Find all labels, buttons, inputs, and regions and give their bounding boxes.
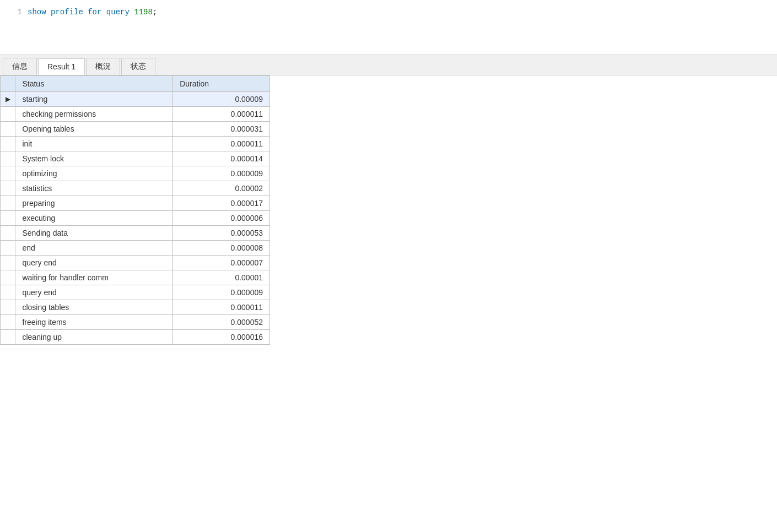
tabs-bar: 信息 Result 1 概況 状态 (0, 55, 777, 75)
status-cell: Sending data (15, 226, 173, 241)
table-row[interactable]: closing tables0.000011 (1, 300, 270, 315)
status-cell: checking permissions (15, 107, 173, 122)
table-row[interactable]: System lock0.000014 (1, 151, 270, 166)
row-indicator (1, 241, 15, 256)
table-row[interactable]: Opening tables0.000031 (1, 122, 270, 137)
tab-info[interactable]: 信息 (3, 58, 37, 75)
result-panel: Status Duration ▶starting0.00009checking… (0, 75, 777, 345)
duration-cell: 0.000006 (173, 211, 270, 226)
table-row[interactable]: executing0.000006 (1, 211, 270, 226)
profile-table: Status Duration ▶starting0.00009checking… (0, 75, 270, 345)
table-row[interactable]: waiting for handler comm0.00001 (1, 270, 270, 285)
duration-cell: 0.000011 (173, 300, 270, 315)
table-row[interactable]: init0.000011 (1, 137, 270, 151)
status-cell: statistics (15, 181, 173, 196)
table-row[interactable]: query end0.000009 (1, 285, 270, 300)
row-indicator (1, 137, 15, 151)
duration-cell: 0.00009 (173, 92, 270, 107)
table-row[interactable]: ▶starting0.00009 (1, 92, 270, 107)
status-header: Status (15, 76, 173, 92)
row-indicator (1, 181, 15, 196)
status-cell: closing tables (15, 300, 173, 315)
status-cell: query end (15, 256, 173, 270)
row-indicator (1, 196, 15, 211)
duration-cell: 0.000007 (173, 256, 270, 270)
duration-cell: 0.000014 (173, 151, 270, 166)
status-cell: optimizing (15, 166, 173, 181)
status-cell: System lock (15, 151, 173, 166)
row-indicator (1, 285, 15, 300)
duration-cell: 0.000031 (173, 122, 270, 137)
row-indicator (1, 315, 15, 330)
status-cell: cleaning up (15, 330, 173, 345)
row-indicator (1, 151, 15, 166)
duration-cell: 0.000017 (173, 196, 270, 211)
row-indicator (1, 226, 15, 241)
table-row[interactable]: cleaning up0.000016 (1, 330, 270, 345)
tab-result1[interactable]: Result 1 (38, 58, 85, 75)
table-row[interactable]: end0.000008 (1, 241, 270, 256)
duration-header: Duration (173, 76, 270, 92)
row-indicator (1, 211, 15, 226)
table-row[interactable]: query end0.000007 (1, 256, 270, 270)
duration-cell: 0.000008 (173, 241, 270, 256)
duration-cell: 0.000009 (173, 166, 270, 181)
table-row[interactable]: freeing items0.000052 (1, 315, 270, 330)
duration-cell: 0.000011 (173, 107, 270, 122)
code-line-1: 1 show profile for query 1198; (0, 6, 777, 19)
row-indicator (1, 166, 15, 181)
row-indicator (1, 330, 15, 345)
row-indicator (1, 122, 15, 137)
status-cell: init (15, 137, 173, 151)
table-row[interactable]: statistics0.00002 (1, 181, 270, 196)
duration-cell: 0.000009 (173, 285, 270, 300)
status-cell: Opening tables (15, 122, 173, 137)
editor-area: 1 show profile for query 1198; (0, 0, 777, 55)
status-cell: end (15, 241, 173, 256)
tab-status[interactable]: 状态 (121, 58, 155, 75)
tab-overview[interactable]: 概況 (86, 58, 120, 75)
indicator-header (1, 76, 15, 92)
status-cell: preparing (15, 196, 173, 211)
status-cell: starting (15, 92, 173, 107)
row-indicator: ▶ (1, 92, 15, 107)
row-indicator (1, 270, 15, 285)
duration-cell: 0.000011 (173, 137, 270, 151)
row-indicator (1, 300, 15, 315)
status-cell: query end (15, 285, 173, 300)
line-number-1: 1 (6, 8, 22, 17)
status-cell: executing (15, 211, 173, 226)
row-indicator (1, 256, 15, 270)
table-row[interactable]: Sending data0.000053 (1, 226, 270, 241)
table-row[interactable]: preparing0.000017 (1, 196, 270, 211)
duration-cell: 0.000052 (173, 315, 270, 330)
status-cell: freeing items (15, 315, 173, 330)
table-header-row: Status Duration (1, 76, 270, 92)
table-row[interactable]: optimizing0.000009 (1, 166, 270, 181)
status-cell: waiting for handler comm (15, 270, 173, 285)
row-indicator (1, 107, 15, 122)
duration-cell: 0.00001 (173, 270, 270, 285)
table-row[interactable]: checking permissions0.000011 (1, 107, 270, 122)
duration-cell: 0.00002 (173, 181, 270, 196)
code-content-1: show profile for query 1198; (28, 8, 157, 17)
duration-cell: 0.000016 (173, 330, 270, 345)
duration-cell: 0.000053 (173, 226, 270, 241)
